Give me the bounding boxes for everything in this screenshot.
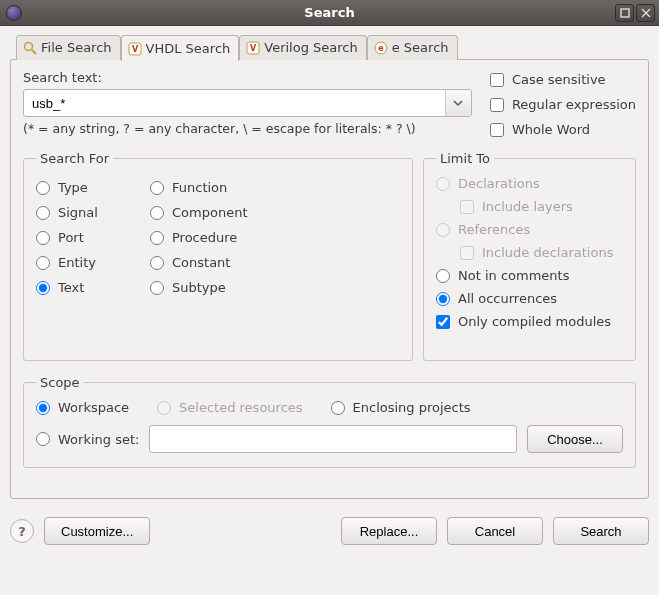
case-sensitive-check[interactable]: Case sensitive <box>490 72 636 87</box>
e-icon: e <box>374 41 388 55</box>
search-for-subtype-radio[interactable] <box>150 281 164 295</box>
chevron-down-icon <box>453 98 463 108</box>
window-title: Search <box>304 5 354 20</box>
include-declarations: Include declarations <box>460 245 623 260</box>
tab-e-search[interactable]: e e Search <box>367 35 458 60</box>
search-button[interactable]: Search <box>553 517 649 545</box>
case-sensitive-label: Case sensitive <box>512 72 606 87</box>
scope-workspace[interactable]: Workspace <box>36 400 129 415</box>
search-for-legend: Search For <box>36 151 113 166</box>
tab-file-search[interactable]: File Search <box>16 35 121 60</box>
svg-text:V: V <box>131 45 138 54</box>
whole-word-check[interactable]: Whole Word <box>490 122 636 137</box>
scope-selected-resources-radio <box>157 401 171 415</box>
search-icon <box>23 41 37 55</box>
tab-label: VHDL Search <box>146 41 231 56</box>
tab-vhdl-search[interactable]: V VHDL Search <box>121 35 240 61</box>
include-declarations-checkbox <box>460 246 474 260</box>
tab-verilog-search[interactable]: V Verilog Search <box>239 35 366 60</box>
tabbar: File Search V VHDL Search V Verilog Sear… <box>10 34 649 60</box>
scope-workspace-radio[interactable] <box>36 401 50 415</box>
search-for-type[interactable]: Type <box>36 180 146 195</box>
tab-panel: Search text: (* = any string, ? = any ch… <box>10 59 649 499</box>
search-for-component-radio[interactable] <box>150 206 164 220</box>
dialog-body: File Search V VHDL Search V Verilog Sear… <box>0 26 659 555</box>
search-for-constant-radio[interactable] <box>150 256 164 270</box>
limit-references: References <box>436 222 623 237</box>
only-compiled-checkbox[interactable] <box>436 315 450 329</box>
search-for-text[interactable]: Text <box>36 280 146 295</box>
svg-text:e: e <box>378 44 384 53</box>
limit-to-legend: Limit To <box>436 151 494 166</box>
combo-dropdown-button[interactable] <box>445 90 471 116</box>
only-compiled[interactable]: Only compiled modules <box>436 314 623 329</box>
whole-word-checkbox[interactable] <box>490 123 504 137</box>
search-for-function[interactable]: Function <box>150 180 400 195</box>
scope-selected-resources: Selected resources <box>157 400 303 415</box>
app-icon-wrap <box>6 5 22 21</box>
search-for-signal[interactable]: Signal <box>36 205 146 220</box>
tab-label: Verilog Search <box>264 40 357 55</box>
limit-all-occurrences[interactable]: All occurrences <box>436 291 623 306</box>
svg-point-1 <box>25 42 33 50</box>
svg-text:V: V <box>250 44 257 53</box>
cancel-button[interactable]: Cancel <box>447 517 543 545</box>
scope-enclosing-radio[interactable] <box>331 401 345 415</box>
scope-group: Scope Workspace Selected resources Enclo… <box>23 375 636 468</box>
minimize-button[interactable] <box>615 4 634 22</box>
search-for-entity-radio[interactable] <box>36 256 50 270</box>
search-for-signal-radio[interactable] <box>36 206 50 220</box>
search-text-combo <box>23 89 472 117</box>
close-button[interactable] <box>636 4 655 22</box>
search-for-procedure-radio[interactable] <box>150 231 164 245</box>
limit-not-in-comments-radio[interactable] <box>436 269 450 283</box>
regex-check[interactable]: Regular expression <box>490 97 636 112</box>
choose-button[interactable]: Choose... <box>527 425 623 453</box>
vhdl-icon: V <box>128 42 142 56</box>
footer: ? Customize... Replace... Cancel Search <box>10 517 649 545</box>
search-text-input[interactable] <box>24 90 445 116</box>
search-text-label: Search text: <box>23 70 472 85</box>
search-for-entity[interactable]: Entity <box>36 255 146 270</box>
limit-declarations: Declarations <box>436 176 623 191</box>
include-layers-checkbox <box>460 200 474 214</box>
search-hint: (* = any string, ? = any character, \ = … <box>23 121 472 136</box>
customize-button[interactable]: Customize... <box>44 517 150 545</box>
titlebar: Search <box>0 0 659 26</box>
search-for-component[interactable]: Component <box>150 205 400 220</box>
replace-button[interactable]: Replace... <box>341 517 437 545</box>
svg-rect-0 <box>621 9 629 17</box>
case-sensitive-checkbox[interactable] <box>490 73 504 87</box>
search-for-constant[interactable]: Constant <box>150 255 400 270</box>
window-controls <box>615 4 655 22</box>
search-for-group: Search For TypeFunctionSignalComponentPo… <box>23 151 413 361</box>
scope-working-set[interactable]: Working set: <box>36 432 139 447</box>
search-for-subtype[interactable]: Subtype <box>150 280 400 295</box>
working-set-input[interactable] <box>149 425 517 453</box>
regex-label: Regular expression <box>512 97 636 112</box>
verilog-icon: V <box>246 41 260 55</box>
limit-to-group: Limit To Declarations Include layers Ref… <box>423 151 636 361</box>
scope-legend: Scope <box>36 375 84 390</box>
search-for-port-radio[interactable] <box>36 231 50 245</box>
search-for-function-radio[interactable] <box>150 181 164 195</box>
help-icon[interactable]: ? <box>10 519 34 543</box>
regex-checkbox[interactable] <box>490 98 504 112</box>
tab-label: e Search <box>392 40 449 55</box>
limit-not-in-comments[interactable]: Not in comments <box>436 268 623 283</box>
scope-enclosing[interactable]: Enclosing projects <box>331 400 471 415</box>
include-layers: Include layers <box>460 199 623 214</box>
limit-all-occurrences-radio[interactable] <box>436 292 450 306</box>
tab-label: File Search <box>41 40 112 55</box>
search-for-text-radio[interactable] <box>36 281 50 295</box>
limit-references-radio <box>436 223 450 237</box>
search-for-procedure[interactable]: Procedure <box>150 230 400 245</box>
search-for-type-radio[interactable] <box>36 181 50 195</box>
whole-word-label: Whole Word <box>512 122 590 137</box>
limit-declarations-radio <box>436 177 450 191</box>
scope-working-set-radio[interactable] <box>36 432 50 446</box>
eclipse-icon <box>6 5 22 21</box>
search-for-port[interactable]: Port <box>36 230 146 245</box>
